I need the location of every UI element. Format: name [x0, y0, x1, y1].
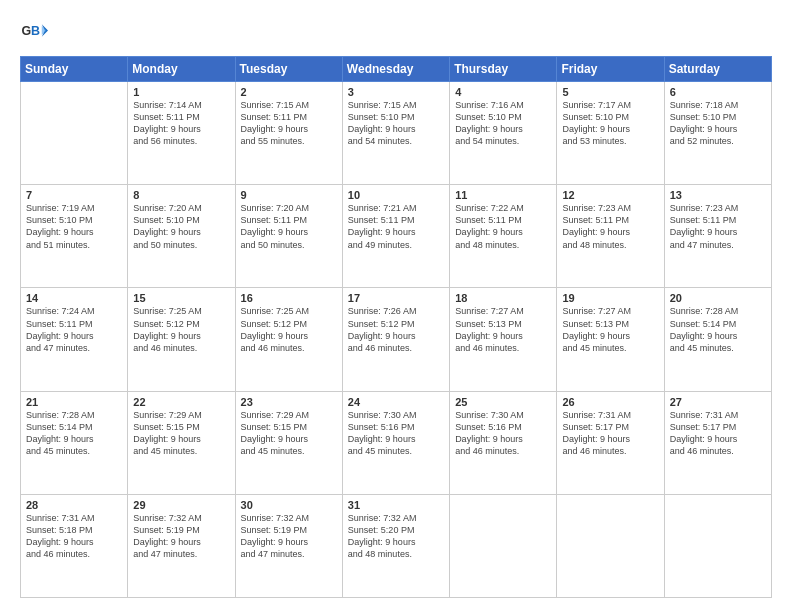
day-info: Sunrise: 7:17 AM Sunset: 5:10 PM Dayligh…	[562, 99, 658, 148]
calendar-cell	[557, 494, 664, 597]
calendar-cell: 27Sunrise: 7:31 AM Sunset: 5:17 PM Dayli…	[664, 391, 771, 494]
day-info: Sunrise: 7:19 AM Sunset: 5:10 PM Dayligh…	[26, 202, 122, 251]
calendar-cell: 13Sunrise: 7:23 AM Sunset: 5:11 PM Dayli…	[664, 185, 771, 288]
calendar-cell: 28Sunrise: 7:31 AM Sunset: 5:18 PM Dayli…	[21, 494, 128, 597]
day-info: Sunrise: 7:25 AM Sunset: 5:12 PM Dayligh…	[241, 305, 337, 354]
calendar-cell	[450, 494, 557, 597]
calendar-cell: 26Sunrise: 7:31 AM Sunset: 5:17 PM Dayli…	[557, 391, 664, 494]
day-info: Sunrise: 7:29 AM Sunset: 5:15 PM Dayligh…	[133, 409, 229, 458]
calendar-table: SundayMondayTuesdayWednesdayThursdayFrid…	[20, 56, 772, 598]
day-number: 23	[241, 396, 337, 408]
calendar-week-row: 7Sunrise: 7:19 AM Sunset: 5:10 PM Daylig…	[21, 185, 772, 288]
day-info: Sunrise: 7:28 AM Sunset: 5:14 PM Dayligh…	[670, 305, 766, 354]
day-number: 1	[133, 86, 229, 98]
calendar-cell: 19Sunrise: 7:27 AM Sunset: 5:13 PM Dayli…	[557, 288, 664, 391]
day-number: 20	[670, 292, 766, 304]
calendar-cell: 7Sunrise: 7:19 AM Sunset: 5:10 PM Daylig…	[21, 185, 128, 288]
day-number: 9	[241, 189, 337, 201]
calendar-header-row: SundayMondayTuesdayWednesdayThursdayFrid…	[21, 57, 772, 82]
day-number: 6	[670, 86, 766, 98]
calendar-header-tuesday: Tuesday	[235, 57, 342, 82]
day-info: Sunrise: 7:21 AM Sunset: 5:11 PM Dayligh…	[348, 202, 444, 251]
calendar-cell: 30Sunrise: 7:32 AM Sunset: 5:19 PM Dayli…	[235, 494, 342, 597]
calendar-cell: 15Sunrise: 7:25 AM Sunset: 5:12 PM Dayli…	[128, 288, 235, 391]
day-info: Sunrise: 7:31 AM Sunset: 5:17 PM Dayligh…	[670, 409, 766, 458]
day-info: Sunrise: 7:20 AM Sunset: 5:11 PM Dayligh…	[241, 202, 337, 251]
calendar-week-row: 28Sunrise: 7:31 AM Sunset: 5:18 PM Dayli…	[21, 494, 772, 597]
day-number: 5	[562, 86, 658, 98]
day-info: Sunrise: 7:22 AM Sunset: 5:11 PM Dayligh…	[455, 202, 551, 251]
day-number: 13	[670, 189, 766, 201]
day-info: Sunrise: 7:18 AM Sunset: 5:10 PM Dayligh…	[670, 99, 766, 148]
calendar-cell	[664, 494, 771, 597]
day-number: 12	[562, 189, 658, 201]
day-number: 10	[348, 189, 444, 201]
day-number: 15	[133, 292, 229, 304]
day-number: 29	[133, 499, 229, 511]
day-info: Sunrise: 7:32 AM Sunset: 5:19 PM Dayligh…	[133, 512, 229, 561]
day-number: 30	[241, 499, 337, 511]
day-number: 17	[348, 292, 444, 304]
calendar-cell: 16Sunrise: 7:25 AM Sunset: 5:12 PM Dayli…	[235, 288, 342, 391]
day-number: 8	[133, 189, 229, 201]
day-number: 16	[241, 292, 337, 304]
calendar-cell: 29Sunrise: 7:32 AM Sunset: 5:19 PM Dayli…	[128, 494, 235, 597]
calendar-cell: 20Sunrise: 7:28 AM Sunset: 5:14 PM Dayli…	[664, 288, 771, 391]
calendar-cell: 12Sunrise: 7:23 AM Sunset: 5:11 PM Dayli…	[557, 185, 664, 288]
logo-icon: G B	[20, 18, 48, 46]
day-info: Sunrise: 7:20 AM Sunset: 5:10 PM Dayligh…	[133, 202, 229, 251]
day-info: Sunrise: 7:26 AM Sunset: 5:12 PM Dayligh…	[348, 305, 444, 354]
day-info: Sunrise: 7:28 AM Sunset: 5:14 PM Dayligh…	[26, 409, 122, 458]
day-info: Sunrise: 7:16 AM Sunset: 5:10 PM Dayligh…	[455, 99, 551, 148]
day-info: Sunrise: 7:30 AM Sunset: 5:16 PM Dayligh…	[455, 409, 551, 458]
day-number: 28	[26, 499, 122, 511]
day-number: 24	[348, 396, 444, 408]
calendar-cell: 9Sunrise: 7:20 AM Sunset: 5:11 PM Daylig…	[235, 185, 342, 288]
page-header: G B	[20, 18, 772, 46]
day-info: Sunrise: 7:27 AM Sunset: 5:13 PM Dayligh…	[562, 305, 658, 354]
calendar-cell: 17Sunrise: 7:26 AM Sunset: 5:12 PM Dayli…	[342, 288, 449, 391]
day-info: Sunrise: 7:25 AM Sunset: 5:12 PM Dayligh…	[133, 305, 229, 354]
calendar-week-row: 1Sunrise: 7:14 AM Sunset: 5:11 PM Daylig…	[21, 82, 772, 185]
day-info: Sunrise: 7:30 AM Sunset: 5:16 PM Dayligh…	[348, 409, 444, 458]
calendar-cell: 31Sunrise: 7:32 AM Sunset: 5:20 PM Dayli…	[342, 494, 449, 597]
day-number: 4	[455, 86, 551, 98]
day-info: Sunrise: 7:23 AM Sunset: 5:11 PM Dayligh…	[670, 202, 766, 251]
calendar-cell: 11Sunrise: 7:22 AM Sunset: 5:11 PM Dayli…	[450, 185, 557, 288]
svg-text:G: G	[22, 24, 32, 38]
day-info: Sunrise: 7:31 AM Sunset: 5:17 PM Dayligh…	[562, 409, 658, 458]
day-number: 25	[455, 396, 551, 408]
svg-text:B: B	[31, 24, 40, 38]
calendar-cell: 25Sunrise: 7:30 AM Sunset: 5:16 PM Dayli…	[450, 391, 557, 494]
calendar-header-saturday: Saturday	[664, 57, 771, 82]
day-number: 22	[133, 396, 229, 408]
calendar-cell	[21, 82, 128, 185]
day-number: 18	[455, 292, 551, 304]
day-info: Sunrise: 7:23 AM Sunset: 5:11 PM Dayligh…	[562, 202, 658, 251]
calendar-week-row: 21Sunrise: 7:28 AM Sunset: 5:14 PM Dayli…	[21, 391, 772, 494]
day-info: Sunrise: 7:32 AM Sunset: 5:20 PM Dayligh…	[348, 512, 444, 561]
day-info: Sunrise: 7:14 AM Sunset: 5:11 PM Dayligh…	[133, 99, 229, 148]
calendar-cell: 6Sunrise: 7:18 AM Sunset: 5:10 PM Daylig…	[664, 82, 771, 185]
calendar-week-row: 14Sunrise: 7:24 AM Sunset: 5:11 PM Dayli…	[21, 288, 772, 391]
calendar-cell: 4Sunrise: 7:16 AM Sunset: 5:10 PM Daylig…	[450, 82, 557, 185]
day-info: Sunrise: 7:27 AM Sunset: 5:13 PM Dayligh…	[455, 305, 551, 354]
day-number: 11	[455, 189, 551, 201]
day-info: Sunrise: 7:32 AM Sunset: 5:19 PM Dayligh…	[241, 512, 337, 561]
day-number: 19	[562, 292, 658, 304]
calendar-cell: 8Sunrise: 7:20 AM Sunset: 5:10 PM Daylig…	[128, 185, 235, 288]
calendar-cell: 2Sunrise: 7:15 AM Sunset: 5:11 PM Daylig…	[235, 82, 342, 185]
calendar-cell: 14Sunrise: 7:24 AM Sunset: 5:11 PM Dayli…	[21, 288, 128, 391]
day-info: Sunrise: 7:29 AM Sunset: 5:15 PM Dayligh…	[241, 409, 337, 458]
day-info: Sunrise: 7:15 AM Sunset: 5:10 PM Dayligh…	[348, 99, 444, 148]
calendar-header-friday: Friday	[557, 57, 664, 82]
day-number: 27	[670, 396, 766, 408]
calendar-cell: 21Sunrise: 7:28 AM Sunset: 5:14 PM Dayli…	[21, 391, 128, 494]
day-info: Sunrise: 7:31 AM Sunset: 5:18 PM Dayligh…	[26, 512, 122, 561]
calendar-cell: 23Sunrise: 7:29 AM Sunset: 5:15 PM Dayli…	[235, 391, 342, 494]
calendar-cell: 24Sunrise: 7:30 AM Sunset: 5:16 PM Dayli…	[342, 391, 449, 494]
calendar-cell: 22Sunrise: 7:29 AM Sunset: 5:15 PM Dayli…	[128, 391, 235, 494]
day-number: 31	[348, 499, 444, 511]
logo: G B	[20, 18, 52, 46]
day-number: 26	[562, 396, 658, 408]
